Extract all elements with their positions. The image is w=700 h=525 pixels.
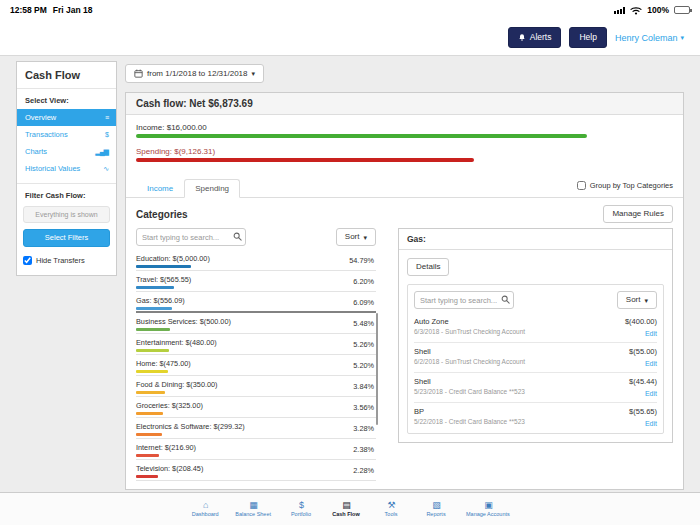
status-bar: 12:58 PM Fri Jan 18 100% [0, 0, 700, 20]
bottomnav-label: Tools [385, 511, 398, 517]
tab-spending[interactable]: Spending [184, 179, 240, 198]
sidebar-item-transactions[interactable]: Transactions $ [17, 126, 116, 143]
group-by-top-categories-toggle[interactable]: Group by Top Categories [577, 181, 673, 190]
dollar-icon: $ [105, 131, 108, 138]
income-label: Income: $16,000.00 [136, 123, 673, 132]
transaction-sort-button[interactable]: Sort ▾ [617, 291, 657, 309]
transaction-meta: 6/2/2018 - SunTrust Checking Account [414, 358, 525, 365]
transaction-name: BP [414, 407, 525, 416]
transaction-meta: 5/22/2018 - Credit Card Balance **523 [414, 418, 525, 425]
income-bar-track [136, 134, 587, 138]
category-color-bar [136, 433, 162, 436]
tab-income[interactable]: Income [136, 179, 184, 198]
edit-transaction-link[interactable]: Edit [645, 330, 657, 337]
category-row-television[interactable]: Television: $(208.45) 2.28% [136, 460, 376, 481]
category-percent: 5.20% [353, 361, 374, 370]
category-row-travel[interactable]: Travel: $(565.55) 6.20% [136, 271, 376, 292]
edit-transaction-link[interactable]: Edit [645, 360, 657, 367]
group-by-checkbox[interactable] [577, 181, 586, 190]
category-row-entertainment[interactable]: Entertainment: $(480.00) 5.26% [136, 334, 376, 355]
category-color-bar [136, 454, 159, 457]
income-spending-section: Income: $16,000.00 Spending: $(9,126.31) [126, 115, 683, 177]
hide-transfers-checkbox[interactable] [23, 256, 32, 265]
category-label: Electronics & Software: $(299.32) [136, 422, 245, 431]
reports-icon: ▧ [432, 501, 440, 510]
help-button[interactable]: Help [569, 27, 606, 48]
sidebar-item-historical-values[interactable]: Historical Values ∿ [17, 160, 116, 177]
bottomnav-reports[interactable]: ▧ Reports [421, 501, 451, 517]
category-label: Television: $(208.45) [136, 464, 203, 473]
category-percent: 2.38% [353, 445, 374, 454]
search-icon [501, 295, 510, 304]
sidebar-item-label: Historical Values [25, 164, 80, 173]
cash-flow-icon: ▤ [342, 501, 350, 510]
edit-transaction-link[interactable]: Edit [645, 390, 657, 397]
category-label: Travel: $(565.55) [136, 275, 191, 284]
category-label: Groceries: $(325.00) [136, 401, 203, 410]
manage-rules-button[interactable]: Manage Rules [603, 205, 673, 223]
category-percent: 5.48% [353, 319, 374, 328]
spending-bar [136, 158, 474, 162]
sidebar-item-label: Overview [25, 113, 56, 122]
hide-transfers-toggle[interactable]: Hide Transfers [17, 247, 116, 265]
bottomnav-cash-flow[interactable]: ▤ Cash Flow [331, 501, 361, 517]
search-icon [233, 232, 242, 241]
transaction-meta: 5/23/2018 - Credit Card Balance **523 [414, 388, 525, 395]
help-label: Help [579, 33, 596, 42]
scrollbar-thumb[interactable] [376, 313, 378, 425]
category-sort-button[interactable]: Sort ▾ [336, 228, 376, 246]
category-row-food-dining[interactable]: Food & Dining: $(350.00) 3.84% [136, 376, 376, 397]
bottomnav-dashboard[interactable]: ⌂ Dashboard [190, 501, 220, 517]
edit-transaction-link[interactable]: Edit [645, 420, 657, 427]
hide-transfers-label: Hide Transfers [36, 256, 85, 265]
category-list: Education: $(5,000.00) 54.79% Travel: $(… [136, 250, 376, 481]
caret-down-icon: ▾ [680, 34, 684, 41]
details-label: Details [416, 263, 440, 271]
transaction-search-input[interactable] [414, 291, 514, 309]
wifi-icon [630, 6, 642, 15]
user-menu[interactable]: Henry Coleman ▾ [615, 33, 684, 43]
app-header: Alerts Help Henry Coleman ▾ [0, 20, 700, 56]
income-spending-tabs: Income Spending Group by Top Categories [126, 177, 683, 198]
sidebar: Cash Flow Select View: Overview ≡ Transa… [16, 61, 117, 276]
categories-header: Categories Manage Rules [126, 198, 683, 228]
category-row-gas[interactable]: Gas: $(556.09) 6.09% [136, 292, 376, 313]
category-label: Entertainment: $(480.00) [136, 338, 217, 347]
cash-flow-panel: Cash flow: Net $6,873.69 Income: $16,000… [125, 92, 684, 490]
category-color-bar [136, 475, 158, 478]
filter-status-text: Everything is shown [23, 206, 110, 223]
bottomnav-label: Manage Accounts [466, 511, 510, 517]
bottomnav-label: Reports [426, 511, 445, 517]
bottomnav-tools[interactable]: ⚒ Tools [376, 501, 406, 517]
alerts-button[interactable]: Alerts [508, 27, 562, 48]
date-range-button[interactable]: from 1/1/2018 to 12/31/2018 ▾ [125, 64, 264, 83]
page-title: Cash Flow [17, 69, 116, 89]
bottomnav-label: Dashboard [192, 511, 219, 517]
category-search-input[interactable] [136, 228, 246, 246]
manage-accounts-icon: ▣ [484, 501, 492, 510]
bottomnav-balance-sheet[interactable]: ▦ Balance Sheet [235, 501, 271, 517]
group-by-label: Group by Top Categories [590, 181, 673, 190]
category-row-home[interactable]: Home: $(475.00) 5.20% [136, 355, 376, 376]
caret-down-icon: ▾ [363, 234, 367, 241]
transaction-amount: $(55.00) [629, 347, 657, 356]
sidebar-item-charts[interactable]: Charts ▂▄▆ [17, 143, 116, 160]
category-row-groceries[interactable]: Groceries: $(325.00) 3.56% [136, 397, 376, 418]
category-percent: 3.28% [353, 424, 374, 433]
transaction-name: Shell [414, 347, 525, 356]
bottomnav-manage-accounts[interactable]: ▣ Manage Accounts [466, 501, 510, 517]
transaction-row: Shell 5/23/2018 - Credit Card Balance **… [414, 373, 657, 403]
battery-percent-text: 100% [647, 5, 669, 15]
category-color-bar [136, 307, 172, 310]
select-filters-button[interactable]: Select Filters [23, 229, 110, 247]
category-row-electronics-software[interactable]: Electronics & Software: $(299.32) 3.28% [136, 418, 376, 439]
bottomnav-portfolio[interactable]: $ Portfolio [286, 501, 316, 517]
category-row-business-services[interactable]: Business Services: $(500.00) 5.48% [136, 313, 376, 334]
user-name: Henry Coleman [615, 33, 678, 43]
details-button[interactable]: Details [407, 258, 449, 276]
category-row-education[interactable]: Education: $(5,000.00) 54.79% [136, 250, 376, 271]
sidebar-item-overview[interactable]: Overview ≡ [17, 109, 116, 126]
bottomnav-label: Portfolio [291, 511, 311, 517]
category-label: Gas: $(556.09) [136, 296, 185, 305]
category-row-internet[interactable]: Internet: $(216.90) 2.38% [136, 439, 376, 460]
